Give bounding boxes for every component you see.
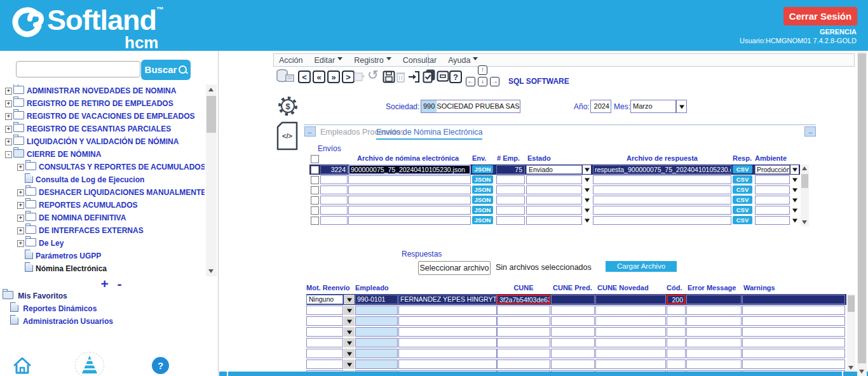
- cune-pred-cell[interactable]: [551, 327, 595, 337]
- table-row[interactable]: JSONCSV: [309, 205, 800, 215]
- estado-cell[interactable]: [526, 175, 582, 184]
- collapse-icon[interactable]: -: [5, 151, 12, 158]
- help-icon[interactable]: ?: [152, 357, 169, 374]
- emp-count-cell[interactable]: [496, 196, 525, 205]
- envios-scrollbar[interactable]: [801, 164, 809, 226]
- error-message-cell[interactable]: [686, 338, 742, 347]
- tree-item[interactable]: +REPORTES ACUMULADOS: [1, 199, 205, 211]
- tree-item[interactable]: +DE NOMINA DEFINITIVA: [1, 211, 205, 224]
- exit-icon[interactable]: [408, 70, 420, 83]
- cune-cell[interactable]: [497, 306, 550, 315]
- ambiente-cell[interactable]: [755, 216, 790, 225]
- respuesta-cell[interactable]: [593, 175, 731, 184]
- empleado-cell[interactable]: [355, 327, 398, 337]
- nombre-cell[interactable]: [398, 316, 497, 326]
- cune-pred-cell[interactable]: [551, 338, 595, 347]
- table-row[interactable]: JSONCSV: [309, 175, 800, 185]
- cune-novedad-cell[interactable]: [595, 327, 666, 337]
- cune-novedad-cell[interactable]: [595, 306, 666, 315]
- nombre-cell[interactable]: [398, 306, 497, 315]
- json-button[interactable]: JSON: [472, 196, 493, 204]
- ambiente-cell[interactable]: Producción: [755, 165, 790, 174]
- codigo-cell[interactable]: [667, 359, 686, 369]
- cune-pred-cell[interactable]: [551, 295, 595, 304]
- archivo-cell[interactable]: [348, 216, 471, 225]
- tree-item[interactable]: Consulta de Log de Ejecucion: [1, 173, 205, 186]
- table-row[interactable]: [306, 348, 846, 359]
- cune-pred-cell[interactable]: [551, 359, 595, 369]
- menu-acción[interactable]: Acción: [279, 56, 303, 65]
- estado-cell[interactable]: [526, 185, 582, 194]
- nombre-cell[interactable]: [398, 359, 497, 369]
- record-last-button[interactable]: »: [327, 70, 340, 83]
- menu-ayuda[interactable]: Ayuda: [448, 56, 478, 65]
- cune-cell[interactable]: [497, 359, 550, 369]
- codigo-cell[interactable]: [667, 306, 686, 315]
- ambiente-dropdown-icon[interactable]: [790, 185, 799, 194]
- error-message-cell[interactable]: [686, 295, 742, 304]
- estado-dropdown-icon[interactable]: [583, 196, 591, 205]
- window-icon[interactable]: [437, 70, 449, 82]
- anio-field[interactable]: 2024: [590, 100, 611, 113]
- nombre-cell[interactable]: [398, 327, 497, 337]
- estado-dropdown-icon[interactable]: [583, 175, 591, 184]
- pyramid-icon[interactable]: [75, 352, 104, 376]
- csv-button[interactable]: CSV: [733, 196, 752, 204]
- tree-item[interactable]: +LIQUIDACIÓN Y VALIDACIÓN DE NÓMINA: [1, 135, 205, 148]
- codigo-cell[interactable]: [667, 327, 686, 337]
- respuesta-cell[interactable]: [593, 216, 731, 225]
- motivo-cell[interactable]: [306, 327, 343, 337]
- scrollbar-thumb[interactable]: [858, 53, 866, 363]
- tree-item[interactable]: -CIERRE DE NÓMINA: [1, 148, 205, 161]
- emp-count-cell[interactable]: 75: [496, 165, 525, 174]
- estado-dropdown-icon[interactable]: [583, 206, 591, 215]
- tab-envios-nomina-electronica[interactable]: Envíos de Nómina Electrónica: [376, 128, 482, 140]
- codigo-cell[interactable]: [667, 338, 686, 347]
- warnings-cell[interactable]: [742, 349, 845, 358]
- archivo-cell[interactable]: [348, 196, 471, 205]
- tree-item[interactable]: +REGISTRO DE RETIRO DE EMPLEADOS: [1, 97, 205, 110]
- expand-icon[interactable]: +: [5, 113, 12, 120]
- archivo-cell[interactable]: [348, 185, 471, 194]
- mes-dropdown-icon[interactable]: [676, 100, 687, 113]
- tree-item[interactable]: +REGISTRO DE VACACIONES DE EMPLEADOS: [1, 110, 205, 123]
- cune-novedad-cell[interactable]: [595, 316, 666, 326]
- table-row-selected[interactable]: Ninguno 990-0101 FERNANDEZ YEPES HINGRYT…: [306, 294, 846, 305]
- scroll-up-icon[interactable]: [801, 164, 809, 172]
- select-all-checkbox[interactable]: [311, 155, 319, 163]
- estado-dropdown-icon[interactable]: [583, 165, 591, 174]
- ambiente-dropdown-icon[interactable]: [790, 206, 799, 215]
- scroll-up-icon[interactable]: [206, 84, 217, 95]
- scrollbar-thumb[interactable]: [848, 295, 855, 312]
- tree-item[interactable]: +De Ley: [1, 237, 205, 250]
- scrollbar-thumb[interactable]: [207, 96, 216, 133]
- cune-novedad-cell[interactable]: [595, 359, 666, 369]
- csv-button[interactable]: CSV: [733, 165, 752, 173]
- menu-consultar[interactable]: Consultar: [403, 56, 437, 65]
- favorites-header[interactable]: Mis Favoritos: [3, 291, 67, 300]
- nombre-cell[interactable]: FERNANDEZ YEPES HINGRYT: [398, 295, 497, 304]
- record-next-button[interactable]: >: [342, 70, 355, 83]
- tree-item[interactable]: +ADMINISTRAR NOVEDADES DE NOMINA: [1, 84, 205, 97]
- table-row[interactable]: [306, 316, 846, 326]
- warnings-cell[interactable]: [742, 295, 845, 304]
- table-row[interactable]: [306, 359, 846, 370]
- nav-up-icon[interactable]: ↑: [478, 65, 487, 75]
- json-button[interactable]: JSON: [472, 206, 493, 214]
- add-favorite-button[interactable]: +: [100, 276, 108, 291]
- sociedad-code[interactable]: 990: [421, 100, 437, 112]
- menu-registro[interactable]: Registro: [354, 56, 391, 65]
- tree-item[interactable]: +REGISTRO DE CESANTIAS PARCIALES: [1, 123, 205, 135]
- undo-icon[interactable]: ↺: [367, 67, 379, 83]
- table-row-selected[interactable]: 3224 900000075_75_20240410105230.json JS…: [309, 164, 800, 175]
- ambiente-dropdown-icon[interactable]: [790, 196, 799, 205]
- scroll-down-icon[interactable]: [847, 364, 855, 372]
- motivo-dropdown-icon[interactable]: [344, 306, 355, 315]
- search-input[interactable]: [16, 61, 140, 77]
- table-row[interactable]: [306, 337, 846, 348]
- error-message-cell[interactable]: [686, 359, 742, 369]
- motivo-cell[interactable]: Ninguno: [306, 295, 343, 304]
- table-row[interactable]: JSONCSV: [309, 185, 800, 195]
- nombre-cell[interactable]: [398, 349, 497, 358]
- save-icon[interactable]: [383, 70, 395, 83]
